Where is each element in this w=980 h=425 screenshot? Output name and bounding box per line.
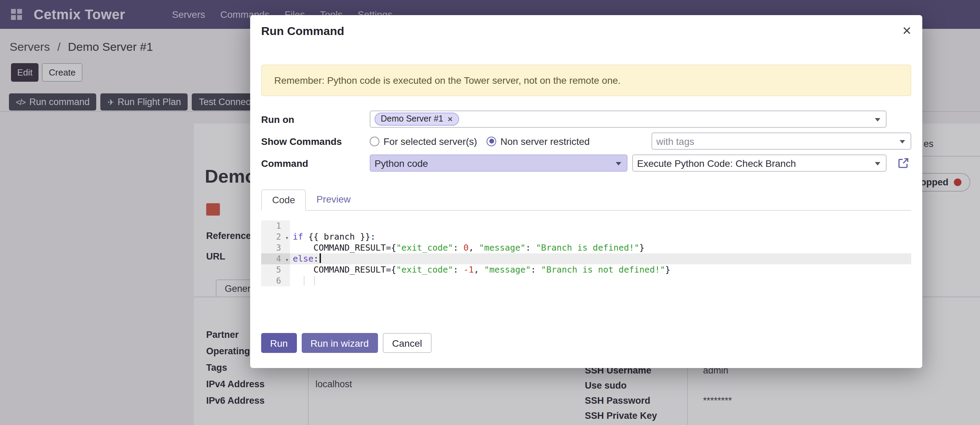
line-number: 2▾ xyxy=(261,232,290,243)
run-in-wizard-button[interactable]: Run in wizard xyxy=(301,333,378,353)
code-token: if xyxy=(293,232,303,242)
show-commands-label: Show Commands xyxy=(261,136,370,147)
close-icon[interactable]: × xyxy=(902,25,911,37)
run-on-label: Run on xyxy=(261,114,370,125)
code-token: , xyxy=(474,264,484,274)
code-line-4[interactable]: 4▾else: xyxy=(261,253,911,264)
line-number: 4▾ xyxy=(261,253,290,264)
warning-alert: Remember: Python code is executed on the… xyxy=(261,65,911,96)
run-button[interactable]: Run xyxy=(261,333,296,353)
line-number: 5 xyxy=(261,264,290,275)
code-token: COMMAND_RESULT={ xyxy=(293,264,396,274)
tag-filter-placeholder: with tags xyxy=(656,136,694,147)
show-commands-row: Show Commands For selected server(s)Non … xyxy=(261,133,911,150)
code-line-3[interactable]: 3 COMMAND_RESULT={"exit_code": 0, "messa… xyxy=(261,243,911,253)
selected-servers: Demo Server #1✕ xyxy=(375,113,459,126)
code-line-content: else: xyxy=(290,253,911,264)
code-token: } xyxy=(640,243,644,253)
code-line-content: COMMAND_RESULT={"exit_code": 0, "message… xyxy=(290,243,911,253)
code-token: "message" xyxy=(479,243,525,253)
code-editor[interactable]: 12▾if {{ branch }}:3 COMMAND_RESULT={"ex… xyxy=(261,220,911,286)
remove-tag-icon[interactable]: ✕ xyxy=(447,115,453,122)
line-number: 3 xyxy=(261,243,290,253)
line-number: 1 xyxy=(261,220,290,232)
radio-icon xyxy=(370,136,379,146)
code-token: : xyxy=(453,264,463,274)
external-link-icon[interactable] xyxy=(897,157,909,169)
code-token: -1 xyxy=(463,264,474,274)
code-token: COMMAND_RESULT={ xyxy=(293,243,396,253)
command-type-value: Python code xyxy=(375,158,428,168)
code-token: : xyxy=(525,243,536,253)
code-token: else xyxy=(293,253,313,264)
modal-header: Run Command × xyxy=(250,15,922,38)
code-token: "Branch is defined!" xyxy=(536,243,640,253)
command-type-select[interactable]: Python code xyxy=(370,154,627,172)
code-token: "exit_code" xyxy=(396,243,453,253)
code-token: "Branch is not defined!" xyxy=(541,264,665,274)
command-select[interactable]: Execute Python Code: Check Branch xyxy=(632,154,886,172)
command-row: Command Python code Execute Python Code:… xyxy=(261,154,911,172)
chevron-down-icon xyxy=(616,162,621,165)
indent-guide-icon xyxy=(304,276,304,285)
radio-for-selected-server-s[interactable]: For selected server(s) xyxy=(370,136,477,147)
app-root: Cetmix Tower ServersCommandsFilesToolsSe… xyxy=(0,0,980,425)
tag-filter-select[interactable]: with tags xyxy=(652,133,911,150)
code-line-content xyxy=(290,220,911,232)
text-cursor xyxy=(319,253,321,263)
code-token: , xyxy=(469,243,479,253)
run-on-select[interactable]: Demo Server #1✕ xyxy=(370,111,886,128)
radio-label: For selected server(s) xyxy=(383,136,477,147)
code-line-content xyxy=(290,275,911,286)
code-line-6[interactable]: 6 xyxy=(261,275,911,286)
code-line-content: COMMAND_RESULT={"exit_code": -1, "messag… xyxy=(290,264,911,275)
indent-guide-icon xyxy=(314,276,315,285)
code-token: 0 xyxy=(463,243,469,253)
run-command-modal: Run Command × Remember: Python code is e… xyxy=(250,15,922,368)
radio-non-server-restricted[interactable]: Non server restricted xyxy=(487,136,590,147)
code-token: "exit_code" xyxy=(396,264,453,274)
code-token: : xyxy=(453,243,463,253)
code-line-5[interactable]: 5 COMMAND_RESULT={"exit_code": -1, "mess… xyxy=(261,264,911,275)
show-commands-radios: For selected server(s)Non server restric… xyxy=(370,136,627,147)
modal-footer: Run Run in wizard Cancel xyxy=(261,333,431,353)
chevron-down-icon xyxy=(900,140,905,143)
code-token: "message" xyxy=(484,264,531,274)
code-token: {{ branch }}: xyxy=(303,232,375,242)
server-tag-label: Demo Server #1 xyxy=(381,114,443,124)
code-token: : xyxy=(531,264,541,274)
chevron-down-icon xyxy=(875,118,880,122)
radio-label: Non server restricted xyxy=(500,136,590,147)
command-value: Execute Python Code: Check Branch xyxy=(637,158,796,168)
line-number: 6 xyxy=(261,275,290,286)
code-line-1[interactable]: 1 xyxy=(261,220,911,232)
code-token: } xyxy=(665,264,670,274)
radio-icon xyxy=(487,136,496,146)
editor-tabs: CodePreview xyxy=(261,189,911,211)
cancel-button[interactable]: Cancel xyxy=(382,333,431,353)
run-on-row: Run on Demo Server #1✕ xyxy=(261,111,911,128)
code-line-content: if {{ branch }}: xyxy=(290,232,911,243)
tab-preview[interactable]: Preview xyxy=(306,189,361,210)
modal-form: Run on Demo Server #1✕ Show Commands For… xyxy=(261,111,911,172)
command-label: Command xyxy=(261,158,370,168)
server-tag-chip[interactable]: Demo Server #1✕ xyxy=(375,113,459,126)
modal-title: Run Command xyxy=(261,25,344,38)
chevron-down-icon xyxy=(875,162,880,165)
tab-code[interactable]: Code xyxy=(261,189,306,211)
code-token: : xyxy=(313,253,318,264)
code-line-2[interactable]: 2▾if {{ branch }}: xyxy=(261,232,911,243)
